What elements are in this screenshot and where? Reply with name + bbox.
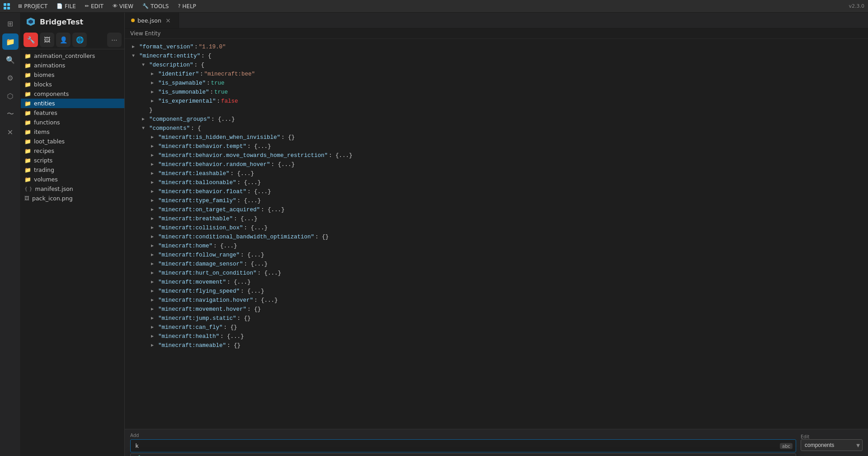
json-line: ▶ "component_groups": {...} xyxy=(125,115,868,124)
sidebar-btn-grid[interactable]: ⊞ xyxy=(2,15,19,32)
tab-close-button[interactable]: × xyxy=(164,16,172,24)
toggle-arrow[interactable]: ▼ xyxy=(142,62,147,69)
project-logo xyxy=(24,15,37,28)
tree-item-blocks[interactable]: 📁 blocks xyxy=(21,80,124,89)
json-line: ▶ "minecraft:behavior.move_towards_home_… xyxy=(125,151,868,160)
tree-item-trading[interactable]: 📁 trading xyxy=(21,165,124,175)
select-wrapper: components description component_groups … xyxy=(801,439,863,451)
tree-item-biomes[interactable]: 📁 biomes xyxy=(21,70,124,80)
tab-bee-json[interactable]: bee.json × xyxy=(125,13,179,28)
edit-section: Edit components description component_gr… xyxy=(801,434,863,451)
toggle-arrow[interactable]: ▶ xyxy=(151,252,156,259)
add-input[interactable] xyxy=(130,439,796,452)
sidebar-btn-close[interactable]: ✕ xyxy=(2,124,19,140)
action-btn-person[interactable]: 👤 xyxy=(56,33,71,47)
menu-view[interactable]: 👁 VIEW xyxy=(108,0,138,13)
toggle-arrow[interactable]: ▶ xyxy=(151,134,156,141)
tree-item-pack-icon[interactable]: 🖼 pack_icon.png xyxy=(21,194,124,203)
json-line: ▶ "minecraft:jump.static": {} xyxy=(125,314,868,323)
toggle-arrow[interactable]: ▶ xyxy=(151,179,156,186)
action-btn-image[interactable]: 🖼 xyxy=(40,33,54,47)
tree-item-animations[interactable]: 📁 animations xyxy=(21,61,124,70)
icon-sidebar: ⊞ 📁 🔍 ⚙ ⬡ 〜 ✕ xyxy=(0,13,21,456)
toggle-arrow[interactable]: ▶ xyxy=(151,324,156,331)
toggle-arrow[interactable]: ▶ xyxy=(151,161,156,168)
sidebar-btn-files[interactable]: 📁 xyxy=(2,33,19,50)
toggle-arrow[interactable]: ▶ xyxy=(151,297,156,304)
action-btn-primary[interactable]: 🔧 xyxy=(24,33,38,47)
add-section: Add abc { } minecraft:annotation.break_d… xyxy=(130,433,796,452)
tree-item-features[interactable]: 📁 features xyxy=(21,108,124,118)
json-line: ▶ "minecraft:behavior.float": {...} xyxy=(125,187,868,196)
sidebar-btn-wave[interactable]: 〜 xyxy=(2,106,19,122)
tree-item-components[interactable]: 📁 components xyxy=(21,89,124,99)
toggle-arrow[interactable]: ▶ xyxy=(151,197,156,204)
toggle-arrow[interactable]: ▶ xyxy=(151,306,156,313)
toggle-arrow[interactable]: ▶ xyxy=(151,233,156,241)
json-line: ▶ "minecraft:balloonable": {...} xyxy=(125,178,868,187)
toggle-arrow[interactable]: ▶ xyxy=(132,43,137,51)
json-line: ▶ "minecraft:health": {...} xyxy=(125,332,868,341)
sidebar-btn-settings[interactable]: ⚙ xyxy=(2,70,19,86)
edit-select[interactable]: components description component_groups xyxy=(801,439,863,451)
json-line: ▼ "minecraft:entity": { xyxy=(125,52,868,61)
autocomplete-item[interactable]: { } minecraft:annotation.break_door xyxy=(131,454,796,456)
json-line: ▶ "is_experimental": false xyxy=(125,97,868,106)
menu-help[interactable]: ? HELP xyxy=(173,0,200,13)
toggle-arrow[interactable]: ▶ xyxy=(151,80,156,87)
folder-icon: 📁 xyxy=(24,148,31,154)
menu-project[interactable]: ⊞ PROJECT xyxy=(14,0,52,13)
json-line: ▶ "minecraft:movement.hover": {} xyxy=(125,305,868,314)
toggle-arrow[interactable]: ▶ xyxy=(151,89,156,96)
breadcrumb-label[interactable]: View Entity xyxy=(130,30,160,37)
toggle-arrow[interactable]: ▶ xyxy=(151,342,156,349)
type-badge: abc xyxy=(780,443,793,449)
input-area: Add abc { } minecraft:annotation.break_d… xyxy=(125,429,868,456)
toggle-arrow[interactable]: ▶ xyxy=(151,224,156,232)
tree-item-manifest-json[interactable]: { } manifest.json xyxy=(21,184,124,194)
json-line: ▶ "minecraft:nameable": {} xyxy=(125,341,868,350)
tree-item-entities[interactable]: 📁 entities xyxy=(21,99,124,108)
sidebar-btn-search[interactable]: 🔍 xyxy=(2,52,19,68)
action-btn-globe[interactable]: 🌐 xyxy=(72,33,87,47)
toggle-arrow[interactable]: ▶ xyxy=(151,98,156,105)
app-logo xyxy=(4,3,10,10)
menu-edit[interactable]: ✏ EDIT xyxy=(80,0,108,13)
action-btn-more[interactable]: ⋯ xyxy=(107,33,122,47)
tree-item-animation-controllers[interactable]: 📁 animation_controllers xyxy=(21,51,124,61)
tree-item-items[interactable]: 📁 items xyxy=(21,127,124,137)
json-line: ▶ "minecraft:movement": {...} xyxy=(125,278,868,287)
toggle-arrow[interactable]: ▶ xyxy=(151,242,156,250)
toggle-arrow[interactable]: ▶ xyxy=(151,188,156,195)
toggle-arrow[interactable]: ▶ xyxy=(151,143,156,150)
tree-item-recipes[interactable]: 📁 recipes xyxy=(21,146,124,156)
toggle-arrow[interactable]: ▶ xyxy=(151,270,156,277)
toggle-arrow[interactable]: ▶ xyxy=(142,116,147,123)
tree-item-loot-tables[interactable]: 📁 loot_tables xyxy=(21,137,124,146)
menu-file[interactable]: 📄 FILE xyxy=(52,0,80,13)
toggle-arrow[interactable]: ▶ xyxy=(151,206,156,214)
json-line: ▶ "minecraft:type_family": {...} xyxy=(125,196,868,205)
toggle-arrow[interactable]: ▶ xyxy=(151,152,156,159)
content-area: bee.json × View Entity ▶ "format_version… xyxy=(125,13,868,456)
tree-item-functions[interactable]: 📁 functions xyxy=(21,118,124,127)
menu-tools[interactable]: 🔧 TOOLS xyxy=(138,0,174,13)
edit-label-wrapper: Edit components description component_gr… xyxy=(801,434,863,451)
sidebar-btn-extensions[interactable]: ⬡ xyxy=(2,88,19,104)
toggle-arrow[interactable]: ▼ xyxy=(142,125,147,132)
project-title: BridgeTest xyxy=(40,18,83,26)
toggle-arrow[interactable]: ▶ xyxy=(151,315,156,322)
tree-item-scripts[interactable]: 📁 scripts xyxy=(21,156,124,165)
toggle-arrow[interactable]: ▶ xyxy=(151,170,156,177)
add-label: Add xyxy=(130,433,796,438)
toggle-arrow[interactable]: ▶ xyxy=(151,279,156,286)
json-editor[interactable]: ▶ "format_version": "1.19.0" ▼ "minecraf… xyxy=(125,39,868,429)
toggle-arrow[interactable]: ▼ xyxy=(132,52,137,60)
toggle-arrow[interactable]: ▶ xyxy=(151,261,156,268)
toggle-arrow[interactable]: ▶ xyxy=(151,71,156,78)
tree-item-volumes[interactable]: 📁 volumes xyxy=(21,175,124,184)
tab-bar: bee.json × xyxy=(125,13,868,28)
toggle-arrow[interactable]: ▶ xyxy=(151,288,156,295)
toggle-arrow[interactable]: ▶ xyxy=(151,333,156,340)
toggle-arrow[interactable]: ▶ xyxy=(151,215,156,223)
